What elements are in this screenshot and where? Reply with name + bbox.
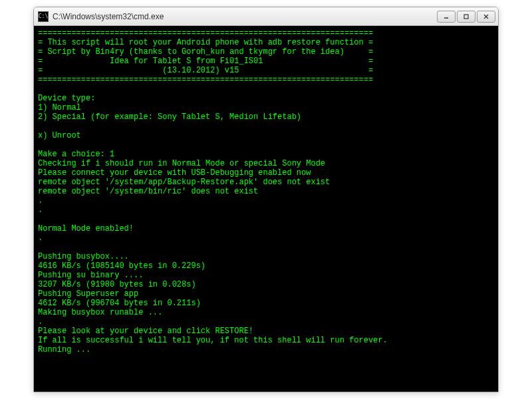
svg-rect-1 <box>464 15 468 19</box>
terminal-line: = (13.10.2012) v15 = <box>38 66 494 75</box>
terminal-line: 3207 KB/s (91980 bytes in 0.028s) <box>38 280 494 289</box>
cmd-icon: C:\ <box>38 11 49 22</box>
cmd-window: C:\ C:\Windows\system32\cmd.exe ========… <box>33 7 499 392</box>
terminal-line: x) Unroot <box>38 131 494 140</box>
minimize-button[interactable] <box>437 11 456 23</box>
terminal-line: ========================================… <box>38 29 494 38</box>
terminal-line: = This script will root your Android pho… <box>38 38 494 47</box>
terminal-line: remote object '/system/bin/ric' does not… <box>38 187 494 196</box>
maximize-button[interactable] <box>457 11 475 23</box>
terminal-line: Making busybox runable ... <box>38 308 494 317</box>
terminal-line: ========================================… <box>38 75 494 84</box>
terminal-line: = Script by Bin4ry (thanks to Goroh_kun … <box>38 47 494 57</box>
terminal-line: Pushing Superuser app <box>38 289 494 299</box>
close-icon <box>483 13 489 20</box>
terminal-line <box>38 84 494 94</box>
minimize-icon <box>443 13 450 20</box>
terminal-line: 2) Special (for example: Sony Tablet S, … <box>38 112 494 122</box>
terminal-line: If all is successful i will tell you, if… <box>38 336 494 345</box>
terminal-line <box>38 243 494 252</box>
terminal-line <box>38 140 494 150</box>
terminal-line: 4612 KB/s (996704 bytes in 0.211s) <box>38 299 494 308</box>
window-controls <box>437 11 495 23</box>
terminal-line: . <box>38 196 494 205</box>
maximize-icon <box>463 13 469 20</box>
terminal-line: remote object '/system/app/Backup-Restor… <box>38 178 494 187</box>
terminal-line: 4616 KB/s (1085140 bytes in 0.229s) <box>38 261 494 271</box>
terminal-line: Pushing su binary .... <box>38 271 494 280</box>
terminal-line: Device type: <box>38 94 494 103</box>
terminal-line: Please connect your device with USB-Debu… <box>38 168 494 178</box>
terminal-line: Running ... <box>38 345 494 354</box>
titlebar[interactable]: C:\ C:\Windows\system32\cmd.exe <box>34 7 498 26</box>
terminal-output[interactable]: ========================================… <box>34 26 498 392</box>
terminal-line: 1) Normal <box>38 103 494 112</box>
terminal-line: . <box>38 317 494 327</box>
terminal-line: Please look at your device and click RES… <box>38 327 494 336</box>
terminal-line: . <box>38 205 494 215</box>
close-button[interactable] <box>477 11 495 23</box>
terminal-line: Checking if i should run in Normal Mode … <box>38 159 494 168</box>
terminal-line: Make a choice: 1 <box>38 150 494 159</box>
terminal-line: = Idea for Tablet S from Fi01_IS01 = <box>38 57 494 66</box>
terminal-line: Pushing busybox.... <box>38 252 494 261</box>
window-title: C:\Windows\system32\cmd.exe <box>53 12 437 21</box>
terminal-line: . <box>38 233 494 243</box>
terminal-line: Normal Mode enabled! <box>38 224 494 233</box>
terminal-line <box>38 215 494 224</box>
terminal-line <box>38 122 494 131</box>
